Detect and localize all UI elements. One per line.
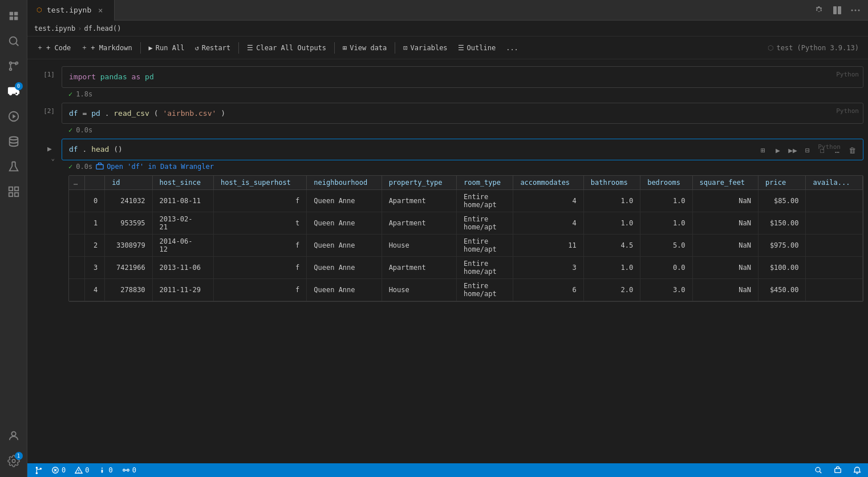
view-data-button[interactable]: ⊞ View data [338,42,391,54]
outline-button[interactable]: ☰ Outline [453,42,501,54]
svg-point-20 [851,9,853,11]
notebook-toolbar: ＋ + Code ＋ + Markdown ▶ Run All ↺ Restar… [27,37,868,59]
cell-3-check: ✓ [68,163,72,171]
run-debug-icon[interactable] [2,105,25,128]
zoom-level[interactable] [812,466,825,474]
warnings-count[interactable]: 0 [72,466,91,474]
svg-point-16 [11,432,15,436]
df-var: df [69,109,78,118]
svg-point-25 [36,467,38,469]
account-icon[interactable] [2,425,25,447]
variables-button[interactable]: ⊡ Variables [399,42,452,54]
cell-1-code[interactable]: import pandas as pd [62,66,863,88]
outline-icon: ☰ [458,44,464,52]
cell-2-body: df = pd . read_csv ( 'airbnb.csv' ) ✓ 0.… [62,103,863,137]
run-all-button[interactable]: ▶ Run All [144,42,189,54]
svg-point-24 [36,472,38,475]
python-info[interactable]: test (Python 3.9.13) [777,44,859,52]
col-bathrooms[interactable]: bathrooms [583,176,640,190]
port-count[interactable]: 0 [120,466,139,474]
window-controls [811,2,868,18]
source-control-icon[interactable] [2,55,25,78]
info-count-val: 0 [108,466,112,474]
info-count[interactable]: 0 [96,466,115,474]
tab-close-button[interactable]: × [96,6,105,15]
add-markdown-label: + Markdown [91,44,132,52]
svg-rect-33 [102,470,103,472]
cell-1-output: ✓ 1.8s [62,88,863,100]
clear-outputs-label: Clear All Outputs [256,44,326,52]
col-index[interactable] [84,176,105,190]
data-table-container: … id host_since host_is_superhost neighb… [68,175,863,302]
cell-3: ▶ ⌄ df . head () ✓ 0.0s Open 'df' in Dat… [32,139,863,302]
col-bedrooms[interactable]: bedrooms [640,176,692,190]
status-bar: 0 0 0 0 [27,463,868,477]
notebook-body: [1] import pandas as pd ✓ 1.8s Python [2… [27,59,868,463]
col-room-type[interactable]: room_type [456,176,513,190]
col-property-type[interactable]: property_type [382,176,456,190]
read-csv-method: read_csv [113,109,149,118]
pd-var: pd [91,109,100,118]
more-button[interactable]: ... [501,42,523,54]
cell-2-lang: Python [836,107,859,115]
col-avail[interactable]: availa... [806,176,863,190]
table-row: 4 278830 2011-11-29 f Queen Anne House E… [69,278,863,301]
cell-2: [2] df = pd . read_csv ( 'airbnb.csv' ) … [32,103,863,137]
breadcrumb-child[interactable]: df.head() [84,25,121,33]
add-code-button[interactable]: ＋ + Code [32,41,75,55]
col-price[interactable]: price [759,176,806,190]
svg-line-38 [820,471,821,473]
add-markdown-button[interactable]: ＋ + Markdown [76,41,136,55]
search-icon[interactable] [2,30,25,52]
clear-outputs-button[interactable]: ☰ Clear All Outputs [242,42,331,54]
extensions-icon[interactable]: 0 [2,80,25,103]
cell-delete-btn[interactable]: 🗑 [845,143,859,157]
col-id[interactable]: id [105,176,152,190]
import-keyword: import [69,72,96,81]
settings-gear-btn[interactable] [811,2,827,18]
cell-split-btn[interactable]: ⊟ [801,143,814,157]
tab-test-ipynb[interactable]: ⬡ test.ipynb × [27,0,115,21]
settings-icon[interactable]: 1 [2,450,25,472]
remote-btn[interactable] [832,466,844,474]
col-neighbourhood[interactable]: neighbourhood [307,176,382,190]
svg-rect-39 [835,468,841,472]
pandas-module: pandas [100,72,132,81]
warning-count: 0 [85,466,89,474]
table-header-row: … id host_since host_is_superhost neighb… [69,176,863,190]
cell-2-code[interactable]: df = pd . read_csv ( 'airbnb.csv' ) [62,103,863,124]
grid-icon[interactable] [2,180,25,203]
toolbar-sep-2 [238,42,239,54]
data-wrangler-link[interactable]: Open 'df' in Data Wrangler [96,163,214,171]
explorer-icon[interactable] [2,5,25,27]
cell-format-btn[interactable]: ⊞ [756,143,770,157]
cell-run-below-btn[interactable]: ▶▶ [786,143,800,157]
cell-3-code[interactable]: df . head () [62,139,863,160]
more-label: ... [506,44,518,52]
dataframe-table: … id host_since host_is_superhost neighb… [69,176,863,301]
svg-point-17 [12,459,15,463]
split-editor-btn[interactable] [829,2,845,18]
col-accommodates[interactable]: accommodates [513,176,583,190]
notification-btn[interactable] [851,466,863,474]
data-icon[interactable] [2,130,25,153]
col-host-superhost[interactable]: host_is_superhost [214,176,307,190]
col-options[interactable]: … [69,176,84,190]
extension-badge: 0 [15,82,23,90]
col-host-since[interactable]: host_since [152,176,213,190]
restart-label: Restart [202,44,231,52]
svg-rect-12 [9,187,12,191]
svg-point-4 [9,37,17,45]
more-actions-btn[interactable] [847,2,863,18]
cell-run-btn-toolbar[interactable]: ▶ [771,143,785,157]
cell-3-run-btn[interactable]: ▶ [44,143,55,153]
breadcrumb-root[interactable]: test.ipynb [34,25,75,33]
col-sqft[interactable]: square_feet [692,176,758,190]
git-icon[interactable] [32,466,44,474]
filename-string: 'airbnb.csv' [163,109,216,118]
flask-icon[interactable] [2,155,25,178]
wrangler-label: Open 'df' in Data Wrangler [107,163,214,171]
restart-button[interactable]: ↺ Restart [190,42,235,54]
paren-close: ) [221,109,225,118]
errors-count[interactable]: 0 [49,466,68,474]
